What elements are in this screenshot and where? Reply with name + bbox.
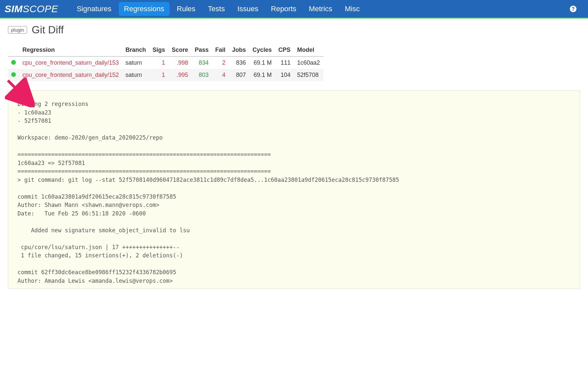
- title-row: plugin Git Diff: [8, 24, 580, 36]
- table-cell: 2: [212, 56, 229, 69]
- logo[interactable]: SIMSCOPE: [5, 3, 58, 15]
- col-sigs: Sigs: [149, 44, 168, 56]
- table-cell: 52f5708: [294, 69, 323, 81]
- table-cell: cpu_core_frontend_saturn_daily/152: [19, 69, 122, 81]
- table-cell: 4: [212, 69, 229, 81]
- nav-item-signatures[interactable]: Signatures: [71, 2, 116, 16]
- table-cell: 104: [275, 69, 294, 81]
- diff-output: Diffing 2 regressions - 1c60aa23 - 52f57…: [17, 100, 571, 285]
- logo-part2: SCOPE: [23, 3, 58, 15]
- nav-items: SignaturesRegressionsRulesTestsIssuesRep…: [71, 2, 570, 16]
- table-cell: .998: [168, 56, 191, 69]
- table-cell: 69.1 M: [249, 69, 275, 81]
- col-model: Model: [294, 44, 323, 56]
- regression-table-wrap: Regression Branch Sigs Score Pass Fail J…: [8, 44, 305, 81]
- table-cell: saturn: [122, 69, 149, 81]
- table-cell: 1: [149, 56, 168, 69]
- regression-link[interactable]: cpu_core_frontend_saturn_daily/152: [22, 72, 119, 78]
- col-cps: CPS: [275, 44, 294, 56]
- col-jobs: Jobs: [229, 44, 249, 56]
- table-cell: 803: [191, 69, 212, 81]
- nav-item-tests[interactable]: Tests: [203, 2, 230, 16]
- col-score: Score: [168, 44, 191, 56]
- nav-item-metrics[interactable]: Metrics: [304, 2, 338, 16]
- nav-item-reports[interactable]: Reports: [266, 2, 302, 16]
- table-cell: 834: [191, 56, 212, 69]
- svg-line-2: [8, 81, 26, 98]
- table-row: cpu_core_frontend_saturn_daily/152saturn…: [8, 69, 323, 81]
- table-cell: 836: [229, 56, 249, 69]
- nav-item-issues[interactable]: Issues: [232, 2, 264, 16]
- table-cell: 807: [229, 69, 249, 81]
- diff-panel: Diffing 2 regressions - 1c60aa23 - 52f57…: [8, 90, 580, 289]
- plugin-badge: plugin: [8, 26, 27, 34]
- table-cell: 69.1 M: [249, 56, 275, 69]
- status-dot-icon: [11, 72, 16, 77]
- regression-link[interactable]: cpu_core_frontend_saturn_daily/153: [22, 59, 119, 66]
- top-nav: SIMSCOPE SignaturesRegressionsRulesTests…: [0, 0, 588, 18]
- page-title: Git Diff: [32, 24, 64, 36]
- table-cell: [8, 56, 19, 69]
- logo-part1: SIM: [5, 3, 23, 15]
- col-pass: Pass: [191, 44, 212, 56]
- table-cell: 1: [149, 69, 168, 81]
- col-regression: Regression: [19, 44, 122, 56]
- nav-item-misc[interactable]: Misc: [340, 2, 365, 16]
- help-icon[interactable]: ?: [570, 5, 577, 13]
- table-cell: 1c60aa2: [294, 56, 323, 69]
- col-fail: Fail: [212, 44, 229, 56]
- table-cell: saturn: [122, 56, 149, 69]
- table-cell: .995: [168, 69, 191, 81]
- col-branch: Branch: [122, 44, 149, 56]
- table-row: cpu_core_frontend_saturn_daily/153saturn…: [8, 56, 323, 69]
- col-cycles: Cycles: [249, 44, 275, 56]
- table-cell: 111: [275, 56, 294, 69]
- svg-text:?: ?: [572, 6, 575, 12]
- regression-table: Regression Branch Sigs Score Pass Fail J…: [8, 44, 323, 81]
- nav-item-rules[interactable]: Rules: [172, 2, 201, 16]
- table-cell: [8, 69, 19, 81]
- table-cell: cpu_core_frontend_saturn_daily/153: [19, 56, 122, 69]
- page-body: plugin Git Diff Regression Branch Sigs S…: [0, 18, 588, 297]
- nav-item-regressions[interactable]: Regressions: [119, 2, 170, 16]
- status-dot-icon: [11, 60, 16, 65]
